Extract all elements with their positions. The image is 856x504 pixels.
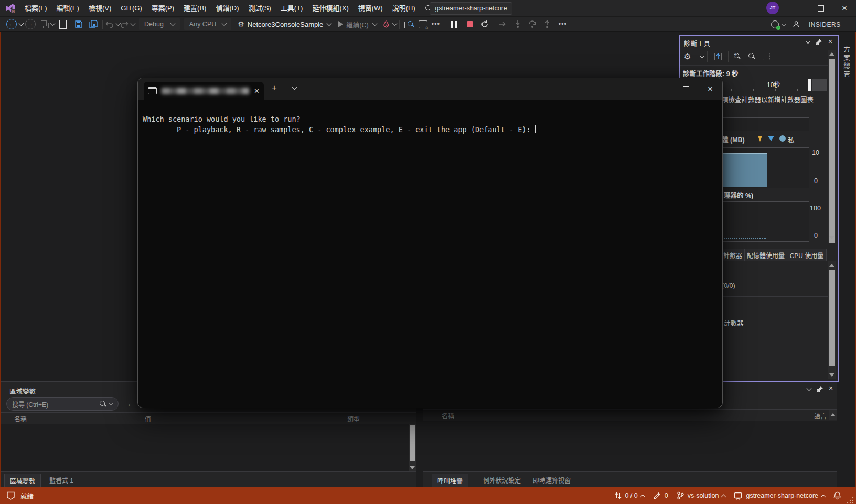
notifications-bell-icon[interactable] [833,491,841,500]
memory-label: 體 (MB) [722,134,745,144]
column-name: 名稱 [442,411,454,420]
panel-menu-chevron-icon[interactable] [807,386,812,391]
task-status-flag-icon[interactable] [6,491,15,500]
restart-button[interactable] [478,18,491,30]
menu-extensions[interactable]: 延伸模組(X) [307,0,353,16]
startup-project-dropdown[interactable]: ⚙ Netcore3ConsoleSample [238,18,331,30]
tab-memory-usage[interactable]: 記憶體使用量 [744,249,787,261]
save-button[interactable] [72,18,85,30]
tab-immediate-window[interactable]: 即時運算視窗 [528,474,576,487]
preview-window-button[interactable]: ⌂ [417,18,430,30]
settings-chevron-icon[interactable] [700,53,705,59]
close-icon[interactable]: × [829,384,833,392]
repository-icon [734,492,742,500]
callstack-scrollbar[interactable] [829,410,837,420]
continue-button[interactable]: 繼續(C) [338,18,376,30]
tab-watch-1[interactable]: 監看式 1 [44,474,79,487]
console-tab[interactable]: ✕ [144,82,264,100]
menu-help[interactable]: 說明(H) [388,0,420,16]
menu-test[interactable]: 測試(S) [243,0,275,16]
feedback-button[interactable]: ✓ [771,18,786,31]
menu-view[interactable]: 檢視(V) [84,0,116,16]
undo-button[interactable] [105,18,120,30]
pin-icon[interactable] [815,38,822,46]
step-into-button[interactable] [511,18,524,30]
status-edit-counter[interactable]: 0 [653,492,668,500]
reset-timeline-icon[interactable] [713,52,723,61]
toolbar-overflow-button[interactable]: ••• [430,18,442,30]
zoom-reset-icon[interactable] [763,53,770,60]
window-minimize-button[interactable] [785,0,809,16]
status-repo[interactable]: gstreamer-sharp-netcore [734,492,825,500]
menu-project[interactable]: 專案(P) [147,0,179,16]
menu-debug[interactable]: 偵錯(D) [211,0,243,16]
play-icon [338,21,343,27]
locals-back-arrow-icon[interactable]: ← [127,400,134,408]
console-output[interactable]: Which scenario would you like to run? P … [138,100,722,408]
platform-dropdown[interactable]: Any CPU [184,18,231,30]
up-down-arrows-icon [615,492,622,499]
solution-explorer-autohide-tab[interactable]: 方案總管 [841,46,851,79]
tab-exception-settings[interactable]: 例外狀況設定 [478,474,526,487]
menu-build[interactable]: 建置(B) [179,0,211,16]
step-out-button[interactable] [541,18,553,30]
new-tab-button[interactable]: + [272,83,277,93]
tab-cpu-usage[interactable]: CPU 使用量 [787,249,827,261]
pause-button[interactable] [448,18,461,30]
visual-studio-logo-icon: IN [5,3,16,14]
account-options-button[interactable] [790,18,802,31]
menu-file[interactable]: 檔案(F) [20,0,52,16]
show-next-statement-button[interactable] [497,18,509,30]
locals-scrollbar[interactable] [409,424,416,471]
menu-git[interactable]: GIT(G) [116,0,146,16]
vs-main-window: IN 檔案(F) 編輯(E) 檢視(V) GIT(G) 專案(P) 建置(B) … [0,0,856,504]
scroll-down-button[interactable] [828,234,836,241]
tab-locals[interactable]: 區域變數 [4,474,41,487]
cpu-label: 理器的 %) [724,190,753,200]
menu-tools[interactable]: 工具(T) [276,0,308,16]
memory-axis-max: 10 [812,149,819,156]
diagnostics-scrollbar-upper[interactable] [828,50,836,243]
locals-search-input[interactable]: 搜尋 (Ctrl+E) [6,397,119,411]
tab-dropdown-chevron-icon[interactable] [292,85,297,90]
chevron-down-icon[interactable] [109,401,114,406]
window-close-button[interactable]: × [833,0,856,16]
locals-tabstrip: 區域變數 監看式 1 [0,471,416,487]
tab-counters[interactable]: 計數器 [721,249,745,261]
debug-overflow-button[interactable]: ••• [557,18,569,30]
new-file-icon[interactable]: ↑ [57,18,69,30]
tab-call-stack[interactable]: 呼叫堆疊 [432,474,468,487]
window-maximize-button[interactable] [809,0,833,16]
resize-grip[interactable] [847,497,854,504]
hot-reload-button[interactable] [382,18,397,30]
stop-button[interactable] [464,18,476,30]
diagnostics-scrollbar-lower[interactable] [828,261,836,379]
ruler-time-label: 10秒 [767,80,780,89]
find-in-files-button[interactable] [402,18,415,30]
step-over-button[interactable] [526,18,539,30]
close-icon[interactable]: × [828,37,832,46]
locals-grid[interactable] [0,424,416,471]
titlebar-search-input[interactable]: gstreamer-sharp-netcore [430,2,512,15]
callstack-grid[interactable] [423,421,837,471]
status-nav-counter[interactable]: 0 / 0 [615,492,644,499]
diagnostics-settings-gear-icon[interactable]: ⚙ [684,52,691,61]
close-tab-icon[interactable]: ✕ [254,87,260,95]
navigate-forward-button[interactable]: → [24,18,37,30]
panel-menu-chevron-icon[interactable] [806,39,811,44]
menu-window[interactable]: 視窗(W) [354,0,388,16]
pin-icon[interactable] [816,385,823,393]
save-all-button[interactable] [87,18,100,30]
navigate-back-button[interactable]: ← [6,18,23,30]
avatar[interactable]: JT [766,2,779,14]
status-bar: 就緒 0 / 0 0 vs-solution gstreamer-sharp-n… [0,487,856,504]
menu-edit[interactable]: 編輯(E) [52,0,84,16]
console-close-button[interactable]: × [698,80,722,98]
redo-button[interactable] [120,18,135,30]
status-branch[interactable]: vs-solution [677,491,726,500]
console-maximize-button[interactable] [674,80,698,98]
add-item-button[interactable] [41,18,55,30]
locals-column-header-row: 名稱 值 類型 [0,412,416,425]
solution-config-dropdown[interactable]: Debug [139,18,180,30]
console-minimize-button[interactable] [650,80,674,98]
